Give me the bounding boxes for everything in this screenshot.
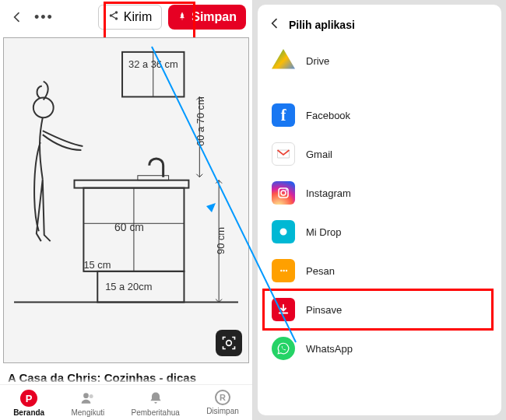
nav-home[interactable]: P Beranda [13, 390, 44, 417]
dim-counter-width: 60 cm [114, 221, 144, 233]
svg-rect-8 [74, 180, 188, 188]
share-sheet: Pilih aplikasi Drive f Facebook Gmail In… [258, 5, 501, 415]
app-row-whatsapp[interactable]: WhatsApp [258, 329, 501, 368]
nav-home-label: Beranda [13, 408, 44, 417]
instagram-icon [272, 181, 295, 205]
app-label-facebook: Facebook [306, 110, 350, 121]
bell-icon [147, 390, 164, 407]
nav-following-label: Mengikuti [71, 408, 104, 417]
app-row-midrop[interactable]: Mi Drop [258, 212, 501, 251]
nav-notifications-label: Pemberitahua [132, 408, 180, 417]
nav-saved-label: Disimpan [206, 407, 239, 415]
visual-search-button[interactable] [216, 330, 242, 356]
svg-point-23 [283, 270, 284, 271]
back-button[interactable] [6, 6, 28, 28]
dim-cabinet-width: 32 a 36 cm [128, 58, 178, 70]
dim-upper-gap: 60 a 70 cm [195, 96, 206, 146]
bottom-nav: P Beranda Mengikuti Pemberitahua R Disim… [0, 384, 252, 420]
app-row-pesan[interactable]: Pesan [258, 251, 501, 290]
saved-icon: R [215, 390, 230, 405]
app-label-whatsapp: WhatsApp [306, 343, 353, 355]
midrop-icon [272, 220, 295, 243]
dim-counter-height: 90 cm [215, 227, 227, 254]
app-row-pinsave[interactable]: Pinsave [258, 290, 501, 329]
annotation-highlight-pinsave [262, 289, 494, 331]
svg-point-16 [227, 341, 232, 346]
sheet-back-button[interactable] [269, 17, 281, 32]
app-label-pesan: Pesan [306, 265, 335, 277]
app-label-instagram: Instagram [306, 187, 351, 199]
person-icon [79, 390, 97, 407]
nav-notifications[interactable]: Pemberitahua [132, 390, 180, 417]
whatsapp-icon [272, 337, 295, 360]
app-row-drive[interactable]: Drive [258, 41, 501, 80]
pin-image[interactable]: 32 a 36 cm 60 a 70 cm 60 cm 15 cm 15 a 2… [3, 37, 249, 363]
pin-title: A Casa da Chris: Cozinhas - dicas [0, 366, 252, 384]
svg-point-17 [83, 393, 89, 398]
svg-point-24 [286, 270, 287, 271]
app-row-facebook[interactable]: f Facebook [258, 96, 501, 135]
svg-point-20 [281, 191, 286, 195]
pesan-icon [272, 259, 295, 282]
pinterest-icon: P [20, 390, 37, 407]
app-row-gmail[interactable]: Gmail [258, 135, 501, 173]
app-label-drive: Drive [306, 55, 329, 67]
dim-toekick-depth: 15 cm [83, 259, 111, 271]
sheet-title: Pilih aplikasi [289, 19, 355, 31]
svg-point-3 [33, 97, 54, 117]
app-label-midrop: Mi Drop [306, 226, 342, 238]
svg-point-22 [280, 270, 282, 271]
svg-point-21 [286, 189, 287, 191]
facebook-icon: f [272, 103, 295, 127]
more-menu-icon[interactable]: ••• [34, 9, 54, 26]
drive-icon [272, 49, 295, 72]
app-label-gmail: Gmail [306, 149, 332, 160]
app-row-instagram[interactable]: Instagram [258, 173, 501, 212]
svg-point-18 [90, 394, 93, 398]
nav-following[interactable]: Mengikuti [71, 390, 104, 417]
dim-toekick-height: 15 a 20cm [105, 281, 152, 292]
save-label: Simpan [192, 10, 237, 24]
nav-saved[interactable]: R Disimpan [206, 390, 239, 417]
gmail-icon [272, 142, 295, 166]
